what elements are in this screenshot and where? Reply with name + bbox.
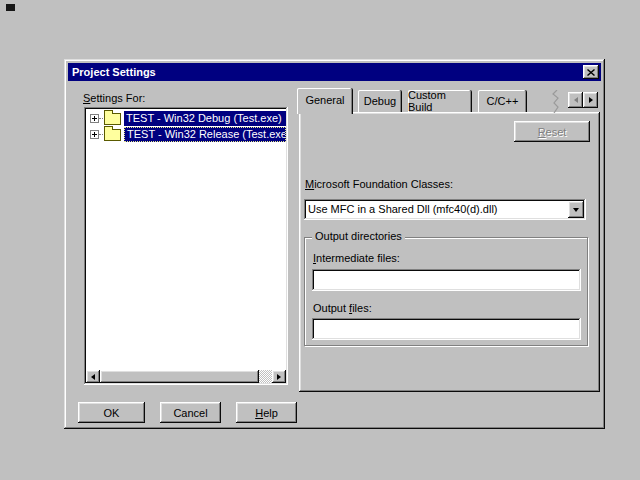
arrow-left-icon bbox=[91, 374, 95, 380]
horizontal-scrollbar[interactable] bbox=[86, 370, 286, 383]
expand-plus-icon[interactable] bbox=[90, 114, 99, 123]
output-directories-group: Output directories Intermediate files: O… bbox=[304, 230, 588, 346]
close-button[interactable] bbox=[583, 65, 599, 79]
scroll-left-button[interactable] bbox=[86, 370, 100, 383]
clipped-tab-edge-icon bbox=[551, 90, 561, 115]
ok-button[interactable]: OK bbox=[78, 402, 145, 423]
expand-plus-icon[interactable] bbox=[90, 130, 99, 139]
screen-artifact bbox=[6, 4, 15, 11]
group-label: Output directories bbox=[312, 230, 405, 242]
tab-c-cpp[interactable]: C/C++ bbox=[478, 90, 527, 112]
output-files-input[interactable] bbox=[312, 318, 581, 340]
settings-for-label: Settings For: bbox=[83, 92, 145, 104]
chevron-down-icon bbox=[573, 208, 579, 212]
output-files-label: Output files: bbox=[313, 302, 372, 314]
intermediate-files-input[interactable] bbox=[312, 269, 581, 291]
settings-tree[interactable]: TEST - Win32 Debug (Test.exe) TEST - Win… bbox=[84, 107, 288, 385]
dropdown-button[interactable] bbox=[568, 201, 584, 218]
window-title: Project Settings bbox=[72, 66, 156, 78]
tab-scroll-right-button[interactable] bbox=[583, 92, 598, 108]
cancel-button[interactable]: Cancel bbox=[160, 402, 221, 423]
title-bar[interactable]: Project Settings bbox=[68, 63, 601, 81]
tree-item-label[interactable]: TEST - Win32 Debug (Test.exe) bbox=[124, 111, 286, 126]
arrow-right-icon bbox=[589, 97, 593, 103]
folder-icon bbox=[104, 129, 121, 141]
close-icon bbox=[587, 66, 595, 78]
tree-item[interactable]: TEST - Win32 Release (Test.exe bbox=[86, 126, 286, 142]
tree-item-label[interactable]: TEST - Win32 Release (Test.exe bbox=[124, 127, 286, 142]
tab-debug[interactable]: Debug bbox=[358, 90, 402, 112]
help-button-label: Help bbox=[255, 407, 278, 419]
help-button[interactable]: Help bbox=[236, 402, 297, 423]
arrow-right-icon bbox=[277, 374, 281, 380]
tab-scroll-left-button[interactable] bbox=[568, 92, 583, 108]
scrollbar-thumb[interactable] bbox=[100, 370, 259, 383]
tab-general[interactable]: General bbox=[297, 88, 353, 114]
tree-item[interactable]: TEST - Win32 Debug (Test.exe) bbox=[86, 110, 286, 126]
project-settings-dialog: Project Settings Settings For: TEST - Wi… bbox=[64, 59, 605, 429]
scrollbar-track[interactable] bbox=[259, 370, 272, 383]
tree-rows: TEST - Win32 Debug (Test.exe) TEST - Win… bbox=[86, 110, 286, 142]
reset-button: Reset bbox=[514, 121, 590, 142]
folder-icon bbox=[104, 113, 121, 125]
scroll-right-button[interactable] bbox=[272, 370, 286, 383]
mfc-dropdown[interactable]: Use MFC in a Shared Dll (mfc40(d).dll) bbox=[304, 199, 586, 220]
tree-connector bbox=[99, 134, 103, 135]
intermediate-files-label: Intermediate files: bbox=[313, 252, 400, 264]
arrow-left-icon bbox=[574, 97, 578, 103]
general-tab-panel: Reset Microsoft Foundation Classes: Use … bbox=[299, 112, 600, 392]
mfc-label: Microsoft Foundation Classes: bbox=[305, 178, 453, 190]
tab-scroll-spinner bbox=[568, 92, 598, 108]
tree-connector bbox=[99, 118, 103, 119]
tab-custom-build[interactable]: Custom Build bbox=[408, 90, 472, 112]
reset-button-label: Reset bbox=[538, 126, 567, 138]
mfc-dropdown-value: Use MFC in a Shared Dll (mfc40(d).dll) bbox=[308, 203, 564, 215]
